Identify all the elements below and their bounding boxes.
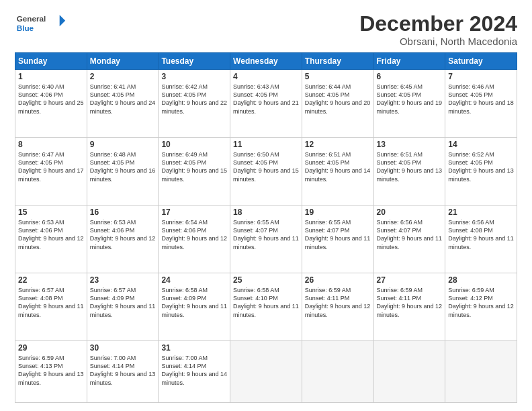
cell-info: Sunrise: 7:00 AMSunset: 4:14 PMDaylight:… <box>161 355 227 385</box>
day-number: 29 <box>18 343 84 353</box>
cell-info: Sunrise: 6:57 AMSunset: 4:08 PMDaylight:… <box>18 287 84 318</box>
cell-info: Sunrise: 6:47 AMSunset: 4:05 PMDaylight:… <box>18 151 84 182</box>
day-number: 16 <box>90 208 156 217</box>
table-row: 7 Sunrise: 6:46 AMSunset: 4:05 PMDayligh… <box>445 70 517 138</box>
calendar-week-row: 15 Sunrise: 6:53 AMSunset: 4:06 PMDaylig… <box>15 205 517 273</box>
page: General Blue General Blue December 2024 … <box>0 0 532 411</box>
logo: General Blue General Blue <box>15 12 69 34</box>
table-row: 28 Sunrise: 6:59 AMSunset: 4:12 PMDaylig… <box>445 273 517 341</box>
cell-info: Sunrise: 6:45 AMSunset: 4:05 PMDaylight:… <box>377 83 443 114</box>
table-row: 10 Sunrise: 6:49 AMSunset: 4:05 PMDaylig… <box>159 138 230 205</box>
day-number: 3 <box>161 72 227 81</box>
day-number: 18 <box>233 208 299 217</box>
svg-marker-2 <box>60 15 66 26</box>
table-row: 19 Sunrise: 6:55 AMSunset: 4:07 PMDaylig… <box>302 205 373 273</box>
table-row: 12 Sunrise: 6:51 AMSunset: 4:05 PMDaylig… <box>302 138 373 205</box>
table-row: 6 Sunrise: 6:45 AMSunset: 4:05 PMDayligh… <box>373 70 445 138</box>
cell-info: Sunrise: 6:57 AMSunset: 4:09 PMDaylight:… <box>90 287 156 318</box>
cell-info: Sunrise: 6:53 AMSunset: 4:06 PMDaylight:… <box>18 219 84 250</box>
svg-text:Blue: Blue <box>17 24 34 32</box>
day-number: 1 <box>18 72 84 81</box>
day-number: 2 <box>90 72 156 81</box>
day-number: 4 <box>233 72 299 81</box>
day-number: 10 <box>161 140 227 149</box>
table-row: 4 Sunrise: 6:43 AMSunset: 4:05 PMDayligh… <box>230 70 302 138</box>
cell-info: Sunrise: 6:55 AMSunset: 4:07 PMDaylight:… <box>305 219 371 250</box>
header-saturday: Saturday <box>445 53 517 70</box>
cell-info: Sunrise: 6:59 AMSunset: 4:13 PMDaylight:… <box>18 355 84 385</box>
calendar-header-row: Sunday Monday Tuesday Wednesday Thursday… <box>15 53 517 70</box>
day-number: 13 <box>377 140 443 149</box>
cell-info: Sunrise: 6:55 AMSunset: 4:07 PMDaylight:… <box>233 219 299 250</box>
cell-info: Sunrise: 7:00 AMSunset: 4:14 PMDaylight:… <box>90 355 156 385</box>
cell-info: Sunrise: 6:41 AMSunset: 4:05 PMDaylight:… <box>90 83 156 114</box>
table-row <box>445 341 517 403</box>
day-number: 14 <box>448 140 514 149</box>
table-row <box>302 341 373 403</box>
header-monday: Monday <box>87 53 159 70</box>
table-row: 14 Sunrise: 6:52 AMSunset: 4:05 PMDaylig… <box>445 138 517 205</box>
table-row: 13 Sunrise: 6:51 AMSunset: 4:05 PMDaylig… <box>373 138 445 205</box>
table-row: 5 Sunrise: 6:44 AMSunset: 4:05 PMDayligh… <box>302 70 373 138</box>
table-row: 3 Sunrise: 6:42 AMSunset: 4:05 PMDayligh… <box>159 70 230 138</box>
table-row: 2 Sunrise: 6:41 AMSunset: 4:05 PMDayligh… <box>87 70 159 138</box>
day-number: 22 <box>18 275 84 285</box>
header-friday: Friday <box>373 53 445 70</box>
svg-text:General: General <box>17 14 46 23</box>
header-tuesday: Tuesday <box>159 53 230 70</box>
calendar-week-row: 22 Sunrise: 6:57 AMSunset: 4:08 PMDaylig… <box>15 273 517 341</box>
day-number: 25 <box>233 275 299 285</box>
table-row <box>373 341 445 403</box>
table-row: 20 Sunrise: 6:56 AMSunset: 4:07 PMDaylig… <box>373 205 445 273</box>
table-row: 1 Sunrise: 6:40 AMSunset: 4:06 PMDayligh… <box>15 70 87 138</box>
table-row: 22 Sunrise: 6:57 AMSunset: 4:08 PMDaylig… <box>15 273 87 341</box>
table-row: 29 Sunrise: 6:59 AMSunset: 4:13 PMDaylig… <box>15 341 87 403</box>
cell-info: Sunrise: 6:59 AMSunset: 4:12 PMDaylight:… <box>448 287 514 318</box>
day-number: 8 <box>18 140 84 149</box>
cell-info: Sunrise: 6:51 AMSunset: 4:05 PMDaylight:… <box>305 151 371 182</box>
header-sunday: Sunday <box>15 53 87 70</box>
cell-info: Sunrise: 6:49 AMSunset: 4:05 PMDaylight:… <box>161 151 227 182</box>
day-number: 15 <box>18 208 84 217</box>
cell-info: Sunrise: 6:46 AMSunset: 4:05 PMDaylight:… <box>448 83 514 114</box>
day-number: 20 <box>377 208 443 217</box>
table-row: 24 Sunrise: 6:58 AMSunset: 4:09 PMDaylig… <box>159 273 230 341</box>
cell-info: Sunrise: 6:43 AMSunset: 4:05 PMDaylight:… <box>233 83 299 114</box>
day-number: 7 <box>448 72 514 81</box>
location: Obrsani, North Macedonia <box>359 36 517 47</box>
header-wednesday: Wednesday <box>230 53 302 70</box>
day-number: 27 <box>377 275 443 285</box>
cell-info: Sunrise: 6:50 AMSunset: 4:05 PMDaylight:… <box>233 151 299 182</box>
table-row: 21 Sunrise: 6:56 AMSunset: 4:08 PMDaylig… <box>445 205 517 273</box>
cell-info: Sunrise: 6:56 AMSunset: 4:07 PMDaylight:… <box>377 219 443 250</box>
day-number: 11 <box>233 140 299 149</box>
day-number: 19 <box>305 208 371 217</box>
cell-info: Sunrise: 6:48 AMSunset: 4:05 PMDaylight:… <box>90 151 156 182</box>
day-number: 31 <box>161 343 227 353</box>
table-row: 11 Sunrise: 6:50 AMSunset: 4:05 PMDaylig… <box>230 138 302 205</box>
day-number: 24 <box>161 275 227 285</box>
table-row: 27 Sunrise: 6:59 AMSunset: 4:11 PMDaylig… <box>373 273 445 341</box>
cell-info: Sunrise: 6:58 AMSunset: 4:10 PMDaylight:… <box>233 287 299 318</box>
cell-info: Sunrise: 6:52 AMSunset: 4:05 PMDaylight:… <box>448 151 514 182</box>
day-number: 21 <box>448 208 514 217</box>
table-row: 9 Sunrise: 6:48 AMSunset: 4:05 PMDayligh… <box>87 138 159 205</box>
cell-info: Sunrise: 6:51 AMSunset: 4:05 PMDaylight:… <box>377 151 443 182</box>
day-number: 28 <box>448 275 514 285</box>
table-row: 16 Sunrise: 6:53 AMSunset: 4:06 PMDaylig… <box>87 205 159 273</box>
day-number: 23 <box>90 275 156 285</box>
table-row: 17 Sunrise: 6:54 AMSunset: 4:06 PMDaylig… <box>159 205 230 273</box>
calendar-week-row: 1 Sunrise: 6:40 AMSunset: 4:06 PMDayligh… <box>15 70 517 138</box>
title-section: December 2024 Obrsani, North Macedonia <box>359 12 517 47</box>
table-row: 26 Sunrise: 6:59 AMSunset: 4:11 PMDaylig… <box>302 273 373 341</box>
day-number: 26 <box>305 275 371 285</box>
day-number: 30 <box>90 343 156 353</box>
table-row: 31 Sunrise: 7:00 AMSunset: 4:14 PMDaylig… <box>159 341 230 403</box>
cell-info: Sunrise: 6:44 AMSunset: 4:05 PMDaylight:… <box>305 83 371 114</box>
calendar-week-row: 29 Sunrise: 6:59 AMSunset: 4:13 PMDaylig… <box>15 341 517 403</box>
cell-info: Sunrise: 6:59 AMSunset: 4:11 PMDaylight:… <box>377 287 443 318</box>
calendar-week-row: 8 Sunrise: 6:47 AMSunset: 4:05 PMDayligh… <box>15 138 517 205</box>
cell-info: Sunrise: 6:40 AMSunset: 4:06 PMDaylight:… <box>18 83 84 114</box>
calendar: Sunday Monday Tuesday Wednesday Thursday… <box>15 52 517 403</box>
day-number: 6 <box>377 72 443 81</box>
